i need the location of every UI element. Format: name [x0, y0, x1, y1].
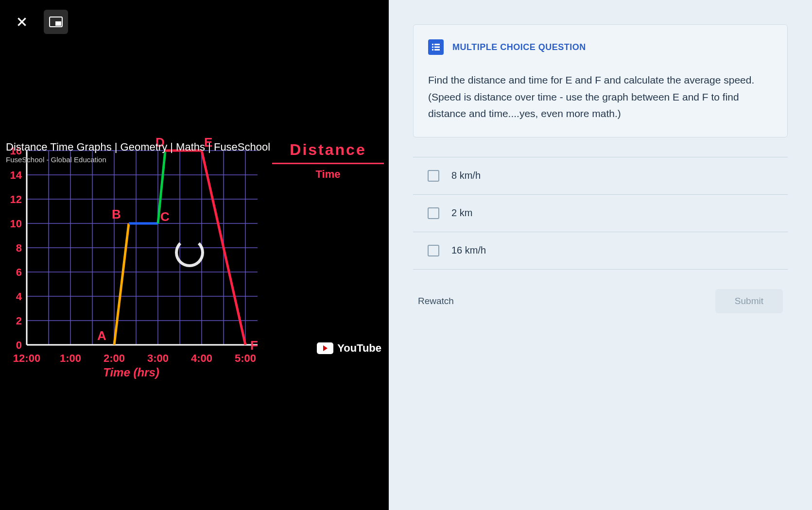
svg-text:4: 4 — [16, 290, 22, 303]
checkbox-icon[interactable] — [428, 245, 439, 256]
svg-text:5:00: 5:00 — [235, 352, 256, 364]
question-card: MULTIPLE CHOICE QUESTION Find the distan… — [413, 24, 788, 137]
svg-rect-50 — [432, 47, 433, 48]
svg-text:10: 10 — [10, 218, 22, 230]
video-title: Distance Time Graphs | Geometry | Maths … — [6, 141, 270, 153]
svg-text:C: C — [160, 209, 170, 224]
svg-rect-51 — [434, 47, 440, 48]
options-list: 8 km/h 2 km 16 km/h — [413, 157, 788, 270]
youtube-label: YouTube — [337, 342, 381, 355]
video-top-controls — [10, 10, 68, 34]
svg-text:8: 8 — [16, 242, 22, 254]
option-label: 8 km/h — [451, 170, 481, 181]
submit-button[interactable]: Submit — [715, 289, 783, 313]
formula-numerator: Distance — [272, 141, 384, 159]
speed-formula: Distance Time — [272, 141, 384, 181]
svg-rect-52 — [432, 49, 433, 51]
option-row[interactable]: 16 km/h — [413, 232, 788, 270]
svg-text:1:00: 1:00 — [60, 352, 81, 364]
svg-text:F: F — [250, 338, 258, 353]
close-icon[interactable] — [10, 10, 34, 34]
formula-divider — [272, 163, 384, 164]
video-channel: FuseSchool - Global Education — [6, 155, 106, 164]
rewatch-button[interactable]: Rewatch — [418, 296, 454, 306]
question-header: MULTIPLE CHOICE QUESTION — [428, 39, 773, 55]
svg-text:12:00: 12:00 — [13, 352, 40, 364]
question-prompt: Find the distance and time for E and F a… — [428, 72, 773, 122]
svg-text:0: 0 — [16, 339, 22, 351]
checkbox-icon[interactable] — [428, 207, 439, 219]
svg-rect-3 — [55, 21, 61, 26]
svg-text:2: 2 — [16, 315, 22, 327]
svg-text:3:00: 3:00 — [147, 352, 169, 364]
video-player-area: Distance Time Graphs | Geometry | Maths … — [0, 0, 389, 510]
svg-rect-49 — [434, 44, 440, 45]
question-type-label: MULTIPLE CHOICE QUESTION — [452, 42, 586, 52]
loading-spinner-icon — [175, 238, 204, 267]
youtube-icon — [317, 342, 333, 354]
svg-rect-53 — [434, 49, 440, 51]
action-row: Rewatch Submit — [413, 289, 788, 313]
option-row[interactable]: 2 km — [413, 194, 788, 232]
chart-svg: 0 2 4 6 8 10 12 14 16 12:00 1:00 2:00 3:… — [0, 136, 272, 379]
question-panel: MULTIPLE CHOICE QUESTION Find the distan… — [389, 0, 812, 510]
multiple-choice-icon — [428, 39, 444, 55]
option-label: 16 km/h — [451, 245, 486, 256]
svg-text:A: A — [97, 328, 106, 343]
picture-in-picture-icon[interactable] — [44, 10, 68, 34]
svg-text:14: 14 — [10, 169, 22, 181]
svg-text:B: B — [112, 207, 121, 221]
option-label: 2 km — [451, 207, 472, 219]
checkbox-icon[interactable] — [428, 170, 439, 182]
option-row[interactable]: 8 km/h — [413, 157, 788, 194]
svg-text:6: 6 — [16, 266, 22, 278]
svg-text:2:00: 2:00 — [104, 352, 125, 364]
svg-text:Time (hrs): Time (hrs) — [103, 366, 159, 379]
svg-text:4:00: 4:00 — [191, 352, 212, 364]
svg-rect-48 — [432, 44, 433, 45]
svg-text:12: 12 — [10, 193, 22, 205]
segment-AB — [114, 223, 129, 345]
youtube-badge[interactable]: YouTube — [317, 342, 381, 355]
formula-denominator: Time — [272, 168, 384, 181]
